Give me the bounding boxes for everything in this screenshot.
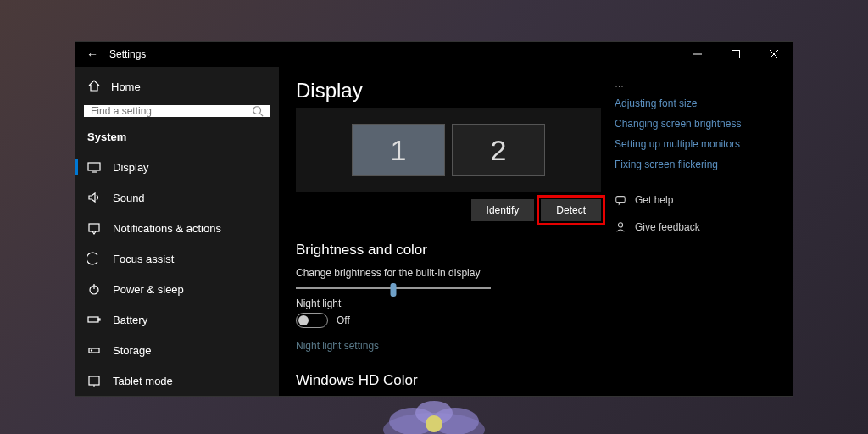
- sidebar-nav: Display Sound Notifications & actions Fo…: [84, 152, 270, 396]
- sidebar-item-label: Focus assist: [113, 253, 174, 265]
- sidebar-section-label: System: [84, 127, 270, 152]
- sidebar-item-label: Sound: [113, 192, 145, 204]
- svg-rect-16: [88, 317, 98, 322]
- settings-window: ← Settings Home System: [75, 41, 793, 397]
- sidebar-item-notifications[interactable]: Notifications & actions: [84, 213, 270, 243]
- detect-button[interactable]: Detect: [541, 199, 601, 221]
- power-icon: [87, 282, 101, 296]
- sound-icon: [87, 191, 101, 204]
- window-title: Settings: [109, 48, 146, 60]
- page-title: Display: [296, 79, 589, 103]
- sidebar-item-label: Power & sleep: [113, 283, 184, 296]
- svg-point-19: [91, 350, 92, 351]
- focus-assist-icon: [87, 252, 101, 265]
- svg-rect-20: [89, 376, 99, 385]
- monitor-2[interactable]: 2: [452, 124, 545, 176]
- svg-point-9: [253, 107, 261, 114]
- svg-point-23: [618, 223, 622, 227]
- give-feedback-link[interactable]: Give feedback: [615, 221, 777, 233]
- get-help-link[interactable]: Get help: [615, 194, 777, 206]
- sidebar-item-power-sleep[interactable]: Power & sleep: [84, 274, 270, 304]
- get-help-label: Get help: [635, 194, 673, 206]
- svg-rect-11: [88, 163, 100, 170]
- night-light-settings-link[interactable]: Night light settings: [296, 340, 589, 352]
- search-icon: [252, 105, 264, 117]
- chat-icon: [615, 194, 626, 206]
- night-light-state: Off: [337, 314, 350, 326]
- sidebar-home[interactable]: Home: [84, 72, 270, 105]
- sidebar: Home System Display Sound: [75, 67, 279, 396]
- display-arrangement-box[interactable]: 1 2: [296, 108, 601, 192]
- slider-thumb[interactable]: [391, 283, 397, 297]
- brightness-slider[interactable]: [296, 287, 491, 289]
- svg-point-4: [426, 415, 442, 432]
- help-link[interactable]: Adjusting font size: [615, 97, 777, 109]
- hd-color-heading: Windows HD Color: [296, 372, 589, 389]
- night-light-toggle[interactable]: [296, 313, 328, 328]
- svg-rect-17: [98, 319, 100, 320]
- home-icon: [87, 79, 101, 95]
- brightness-label: Change brightness for the built-in displ…: [296, 267, 589, 279]
- storage-icon: [87, 343, 101, 357]
- sidebar-item-label: Storage: [113, 344, 152, 357]
- toggle-knob: [298, 315, 309, 326]
- sidebar-item-battery[interactable]: Battery: [84, 304, 270, 335]
- sidebar-item-label: Tablet mode: [113, 375, 173, 387]
- sidebar-item-sound[interactable]: Sound: [84, 182, 270, 213]
- display-buttons-row: Identify Detect: [296, 199, 601, 221]
- right-column: … Adjusting font size Changing screen br…: [606, 67, 793, 396]
- brightness-slider-wrap: [296, 287, 589, 289]
- help-link[interactable]: Setting up multiple monitors: [615, 138, 777, 150]
- notifications-icon: [87, 221, 101, 235]
- sidebar-item-display[interactable]: Display: [84, 152, 270, 182]
- search-input[interactable]: [91, 105, 252, 117]
- svg-rect-6: [732, 51, 739, 58]
- sidebar-item-storage[interactable]: Storage: [84, 335, 270, 365]
- maximize-button[interactable]: [716, 42, 754, 67]
- tablet-icon: [87, 374, 101, 387]
- display-icon: [87, 160, 101, 174]
- svg-rect-13: [89, 224, 99, 231]
- close-button[interactable]: [754, 42, 793, 67]
- main-panel: Display 1 2 Identify Detect Brightness a…: [279, 67, 793, 396]
- question-heading-partial: …: [615, 79, 777, 89]
- svg-rect-22: [616, 197, 626, 203]
- sidebar-item-label: Display: [113, 161, 149, 174]
- sidebar-item-focus-assist[interactable]: Focus assist: [84, 243, 270, 274]
- back-button[interactable]: ←: [75, 47, 109, 61]
- sidebar-item-label: Battery: [113, 314, 147, 326]
- search-box[interactable]: [84, 105, 270, 117]
- identify-button[interactable]: Identify: [471, 199, 535, 221]
- give-feedback-label: Give feedback: [635, 221, 700, 233]
- brightness-heading: Brightness and color: [296, 242, 589, 259]
- titlebar: ← Settings: [75, 42, 793, 67]
- svg-line-10: [260, 114, 264, 117]
- sidebar-home-label: Home: [111, 81, 141, 93]
- help-link[interactable]: Changing screen brightness: [615, 118, 777, 130]
- night-light-label: Night light: [296, 298, 589, 309]
- sidebar-item-tablet-mode[interactable]: Tablet mode: [84, 365, 270, 396]
- content-area: Display 1 2 Identify Detect Brightness a…: [279, 67, 606, 396]
- sidebar-item-label: Notifications & actions: [113, 222, 221, 235]
- help-link[interactable]: Fixing screen flickering: [615, 159, 777, 170]
- monitor-1[interactable]: 1: [352, 124, 445, 176]
- minimize-button[interactable]: [678, 42, 716, 67]
- battery-icon: [87, 313, 101, 326]
- feedback-icon: [615, 221, 626, 233]
